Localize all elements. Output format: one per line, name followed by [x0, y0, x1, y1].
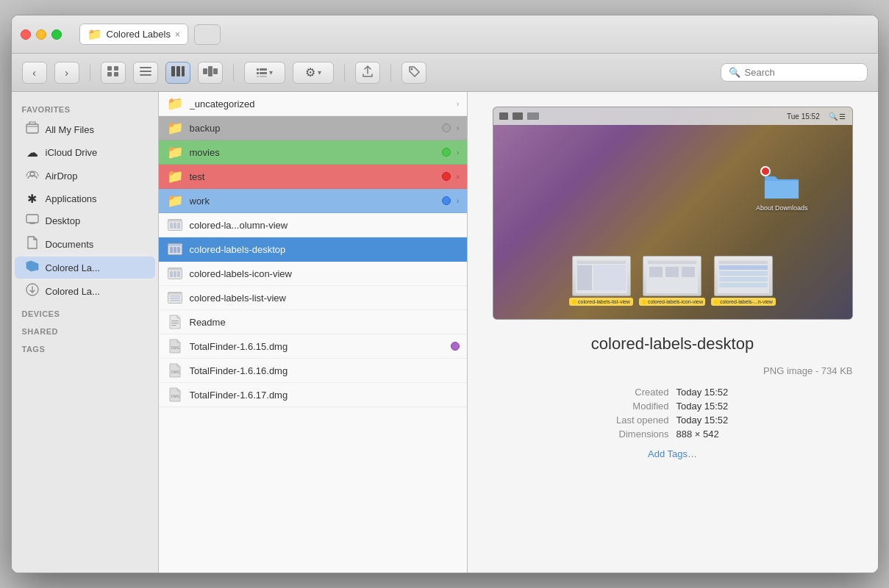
file-row-uncategorized[interactable]: 📁 _uncategorized › — [159, 92, 467, 116]
svg-point-19 — [410, 68, 413, 71]
back-icon: ‹ — [32, 67, 36, 79]
file-row-totalfinder-1616[interactable]: DMG TotalFinder-1.6.16.dmg — [159, 359, 467, 383]
screenshot-icon — [166, 290, 184, 305]
meta-value-last-opened: Today 15:52 — [669, 415, 853, 426]
documents-icon — [25, 236, 40, 252]
share-icon — [363, 65, 373, 79]
gear-icon: ⚙ — [305, 65, 315, 79]
svg-rect-28 — [177, 223, 180, 229]
desktop-icon — [25, 214, 40, 228]
sidebar: Favorites All My Files ☁ iCloud Drive — [12, 92, 159, 573]
share-button[interactable] — [355, 62, 380, 84]
svg-rect-6 — [140, 74, 151, 76]
svg-text:DMG: DMG — [171, 370, 180, 374]
sidebar-item-icloud-drive[interactable]: ☁ iCloud Drive — [15, 142, 155, 163]
list-view-icon — [140, 66, 151, 79]
meta-value-dimensions: 888 × 542 — [669, 429, 853, 440]
close-button[interactable] — [21, 29, 31, 40]
svg-rect-4 — [140, 67, 151, 68]
meta-row-dimensions: Dimensions 888 × 542 — [493, 427, 853, 441]
tab-close-button[interactable]: × — [175, 29, 180, 40]
sidebar-item-colored-labels[interactable]: Colored La... — [15, 257, 155, 279]
forward-button[interactable]: › — [54, 62, 79, 84]
preview-bar-time: Tue 15:52 — [787, 112, 820, 121]
cover-flow-icon — [203, 66, 218, 79]
finder-window: 📁 Colored Labels × ‹ › — [11, 15, 879, 573]
file-name-column-view: colored-la...olumn-view — [190, 220, 460, 231]
preview-thumb-img-1 — [643, 256, 701, 296]
preview-thumb-2: colored-labels-...n-view — [711, 256, 776, 306]
active-tab[interactable]: 📁 Colored Labels × — [79, 24, 188, 45]
svg-rect-5 — [140, 71, 151, 72]
action-button[interactable]: ⚙ ▾ — [293, 62, 334, 84]
meta-label-last-opened: Last opened — [493, 415, 669, 426]
file-row-backup[interactable]: 📁 backup › — [159, 116, 467, 140]
sidebar-item-airdrop[interactable]: AirDrop — [15, 164, 155, 187]
dmg-icon: DMG — [166, 387, 184, 402]
list-view-button[interactable] — [133, 62, 158, 84]
preview-desktop: About Downloads — [493, 125, 852, 320]
icon-view-button[interactable] — [101, 62, 126, 84]
svg-rect-11 — [208, 66, 213, 76]
sidebar-item-downloads[interactable]: Colored La... — [15, 279, 155, 303]
file-row-list-view[interactable]: colored-labels-list-view — [159, 286, 467, 310]
svg-rect-59 — [718, 259, 769, 293]
tab-container: 📁 Colored Labels × — [79, 24, 221, 45]
file-row-work[interactable]: 📁 work › — [159, 189, 467, 213]
column-view-icon — [171, 66, 185, 79]
file-row-totalfinder-1617[interactable]: DMG TotalFinder-1.6.17.dmg — [159, 383, 467, 407]
file-row-icon-view[interactable]: colored-labels-icon-view — [159, 262, 467, 286]
search-bar[interactable]: 🔍 — [721, 63, 868, 82]
add-tags-link[interactable]: Add Tags… — [493, 448, 853, 459]
sidebar-item-documents[interactable]: Documents — [15, 232, 155, 256]
back-button[interactable]: ‹ — [22, 62, 47, 84]
file-row-test[interactable]: 📁 test › — [159, 165, 467, 189]
file-row-readme[interactable]: Readme — [159, 310, 467, 334]
sidebar-item-applications[interactable]: ✱ Applications — [15, 188, 155, 209]
toolbar: ‹ › — [12, 54, 878, 92]
maximize-button[interactable] — [51, 29, 62, 40]
search-input[interactable] — [745, 67, 860, 78]
svg-rect-10 — [203, 68, 207, 74]
preview-panel: Tue 15:52 🔍 ☰ About Do — [468, 92, 878, 573]
svg-rect-13 — [257, 68, 259, 71]
svg-rect-9 — [182, 66, 185, 76]
sidebar-section-shared: Shared — [12, 321, 158, 339]
file-name-uncategorized: _uncategorized — [190, 98, 451, 110]
file-row-column-view[interactable]: colored-la...olumn-view — [159, 213, 467, 237]
sidebar-item-all-my-files[interactable]: All My Files — [15, 118, 155, 141]
svg-rect-45 — [171, 323, 179, 323]
svg-rect-55 — [648, 261, 696, 264]
svg-rect-64 — [719, 283, 768, 287]
svg-rect-58 — [682, 267, 695, 277]
svg-rect-26 — [170, 223, 173, 229]
label-dot-green — [442, 148, 451, 157]
label-dot-red — [442, 172, 451, 181]
folder-icon: 📁 — [166, 169, 184, 184]
sidebar-item-desktop[interactable]: Desktop — [15, 210, 155, 232]
cover-flow-button[interactable] — [198, 62, 223, 84]
preview-thumb-0: colored-labels-list-view — [569, 256, 633, 306]
add-tags-container: Add Tags… — [493, 448, 853, 459]
preview-thumb-img-0 — [572, 256, 631, 296]
svg-rect-3 — [114, 72, 118, 76]
minimize-button[interactable] — [36, 29, 46, 40]
file-row-desktop[interactable]: colored-labels-desktop — [159, 237, 467, 262]
file-name-totalfinder-1615: TotalFinder-1.6.15.dmg — [190, 341, 445, 352]
file-row-movies[interactable]: 📁 movies › — [159, 140, 467, 165]
column-view-button[interactable] — [165, 62, 190, 84]
meta-label-created: Created — [493, 387, 669, 398]
preview-thumb-label-2: colored-labels-...n-view — [711, 298, 776, 306]
tag-button[interactable] — [401, 62, 426, 84]
svg-rect-31 — [170, 247, 173, 253]
arrange-button[interactable]: ▾ — [244, 62, 285, 84]
screenshot-icon — [166, 266, 184, 281]
search-icon: 🔍 — [729, 67, 740, 78]
svg-rect-56 — [649, 267, 663, 277]
svg-rect-44 — [171, 320, 179, 321]
preview-image: Tue 15:52 🔍 ☰ About Do — [493, 107, 853, 320]
svg-rect-14 — [260, 68, 267, 71]
file-row-totalfinder-1615[interactable]: DMG TotalFinder-1.6.15.dmg — [159, 334, 467, 359]
svg-rect-20 — [26, 124, 38, 133]
svg-rect-57 — [665, 267, 679, 277]
